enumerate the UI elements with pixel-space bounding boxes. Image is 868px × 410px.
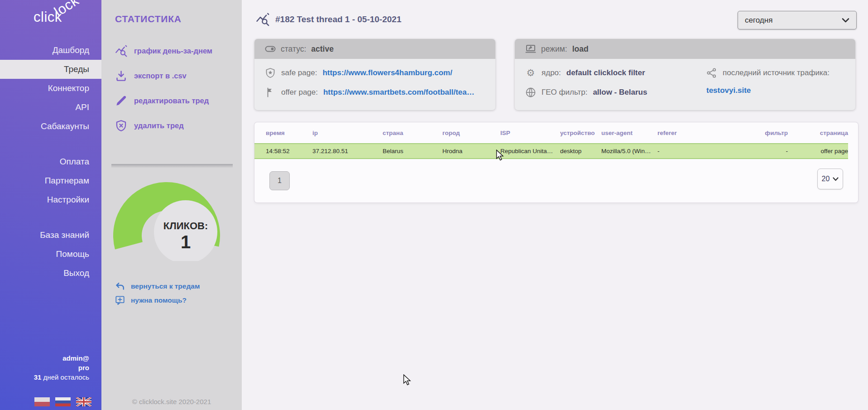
menu-item-label: редактировать тред — [134, 96, 209, 105]
link-label: нужна помощь? — [131, 296, 187, 304]
cell-page: offer page — [788, 144, 848, 159]
period-select[interactable]: сегодня — [738, 11, 857, 29]
sidebar-nav: Дашборд Треды Коннектор API Сабакаунты О… — [0, 41, 101, 283]
chart-search-icon — [115, 45, 127, 57]
need-help-link[interactable]: нужна помощь? — [115, 293, 200, 307]
mode-card-left-column: ⚙ ядро: default clicklock filter ГЕО фил… — [525, 67, 706, 106]
share-icon — [706, 68, 717, 78]
back-to-threads-link[interactable]: вернуться к тредам — [115, 279, 200, 293]
traffic-source-label: последний источник трафика: — [723, 68, 830, 77]
sidebar-item-threads[interactable]: Треды — [0, 60, 101, 79]
col-country[interactable]: страна — [383, 122, 442, 144]
chevron-down-icon — [842, 18, 849, 23]
mode-label: режим: — [541, 44, 567, 54]
col-filter[interactable]: фильтр — [748, 122, 788, 144]
col-ip[interactable]: ip — [312, 122, 383, 144]
sidebar-item-knowledge-base[interactable]: База знаний — [0, 226, 101, 245]
menu-item-export-csv[interactable]: экспорт в .csv — [115, 63, 212, 88]
traffic-source-row: последний источник трафика: — [706, 67, 830, 79]
menu-item-day-chart[interactable]: график день-за-днем — [115, 39, 212, 63]
pencil-icon — [115, 95, 127, 107]
cell-time: 14:58:52 — [254, 144, 312, 159]
monitor-arrow-icon — [525, 43, 536, 54]
table-header-row: время ip страна город ISP устройство use… — [254, 122, 848, 144]
mode-card-header: режим: load — [515, 39, 855, 59]
menu-item-label: график день-за-днем — [134, 47, 212, 55]
sidebar-item-dashboard[interactable]: Дашборд — [0, 41, 101, 60]
sidebar-item-settings[interactable]: Настройки — [0, 190, 101, 209]
status-card-header: статус: active — [254, 39, 495, 59]
shield-x-icon — [115, 120, 127, 132]
sidebar-item-help[interactable]: Помощь — [0, 245, 101, 264]
offer-page-link[interactable]: https://www.smartbets.com/football/tea… — [323, 88, 475, 97]
sidebar-item-api[interactable]: API — [0, 98, 101, 117]
cell-country: Belarus — [383, 144, 442, 159]
geo-filter-value: allow - Belarus — [593, 88, 647, 97]
statistics-title: СТАТИСТИКА — [115, 14, 182, 24]
clicks-gauge: КЛИКОВ: 1 — [108, 169, 237, 261]
account-info: admin@ pro 31 дней осталось — [34, 353, 89, 382]
gauge-chart: КЛИКОВ: 1 — [108, 169, 237, 261]
menu-item-delete-thread[interactable]: удалить тред — [115, 113, 212, 138]
gear-icon: ⚙ — [525, 68, 536, 78]
app-logo[interactable]: clicklock — [34, 9, 88, 25]
uk-flag-icon[interactable] — [76, 397, 91, 406]
gauge-value: 1 — [181, 232, 191, 252]
chevron-down-icon — [833, 177, 839, 181]
russia-flag-icon[interactable] — [55, 397, 71, 406]
col-page[interactable]: страница — [788, 122, 848, 144]
undo-icon — [115, 281, 125, 291]
sidebar-item-subaccounts[interactable]: Сабакаунты — [0, 117, 101, 136]
link-label: вернуться к тредам — [131, 282, 200, 290]
cell-ip: 37.212.80.51 — [312, 144, 383, 159]
table-row[interactable]: 14:58:52 37.212.80.51 Belarus Hrodna Rep… — [254, 144, 848, 159]
download-icon — [115, 70, 127, 82]
traffic-source-link[interactable]: testovyi.site — [706, 86, 830, 95]
statistics-links: вернуться к тредам нужна помощь? — [115, 279, 200, 307]
main-content: #182 Test thread 1 - 05-10-2021 сегодня … — [242, 0, 868, 410]
days-number: 31 — [34, 373, 42, 381]
sidebar: clicklock Дашборд Треды Коннектор API Са… — [0, 0, 101, 410]
col-isp[interactable]: ISP — [500, 122, 560, 144]
col-referer[interactable]: referer — [657, 122, 748, 144]
cell-user-agent: Mozilla/5.0 (Win… — [601, 144, 657, 159]
status-label: статус: — [281, 44, 306, 54]
core-row: ⚙ ядро: default clicklock filter — [525, 67, 706, 79]
col-device[interactable]: устройство — [560, 122, 601, 144]
days-text: дней осталось — [43, 373, 89, 381]
offer-page-row: offer page: https://www.smartbets.com/fo… — [265, 86, 485, 99]
cell-city: Hrodna — [442, 144, 500, 159]
col-city[interactable]: город — [442, 122, 500, 144]
flag-icon — [265, 87, 276, 98]
page-size-value: 20 — [822, 175, 830, 183]
panel-divider — [111, 164, 233, 168]
safe-page-label: safe page: — [281, 68, 317, 77]
mode-card-right-column: последний источник трафика: testovyi.sit… — [706, 67, 830, 106]
pagination-page-button[interactable]: 1 — [269, 171, 290, 190]
account-email: admin@ — [34, 353, 89, 363]
poland-flag-icon[interactable] — [34, 397, 50, 406]
sidebar-item-connector[interactable]: Коннектор — [0, 79, 101, 98]
sidebar-item-payment[interactable]: Оплата — [0, 152, 101, 171]
sidebar-item-logout[interactable]: Выход — [0, 264, 101, 283]
page-size-select[interactable]: 20 — [817, 169, 843, 189]
sidebar-item-partners[interactable]: Партнерам — [0, 171, 101, 190]
core-label: ядро: — [542, 68, 561, 77]
core-value: default clicklock filter — [566, 68, 645, 77]
mode-card-body: ⚙ ядро: default clicklock filter ГЕО фил… — [515, 59, 855, 106]
status-card: статус: active safe page: https://www.fl… — [254, 39, 495, 110]
status-value: active — [311, 44, 334, 54]
shield-star-icon — [265, 68, 276, 78]
copyright-footer: © clicklock.site 2020-2021 — [101, 398, 242, 405]
mode-value: load — [572, 44, 589, 54]
nav-divider — [0, 136, 101, 152]
col-time[interactable]: время — [254, 122, 312, 144]
chart-search-icon — [256, 13, 269, 26]
toggle-icon — [265, 43, 276, 54]
safe-page-link[interactable]: https://www.flowers4hamburg.com/ — [322, 68, 452, 77]
clicks-table: время ip страна город ISP устройство use… — [254, 122, 848, 159]
menu-item-edit-thread[interactable]: редактировать тред — [115, 88, 212, 113]
col-user-agent[interactable]: user-agent — [601, 122, 657, 144]
mode-card: режим: load ⚙ ядро: default clicklock fi… — [515, 39, 855, 110]
statistics-menu: график день-за-днем экспорт в .csv редак… — [115, 39, 212, 138]
